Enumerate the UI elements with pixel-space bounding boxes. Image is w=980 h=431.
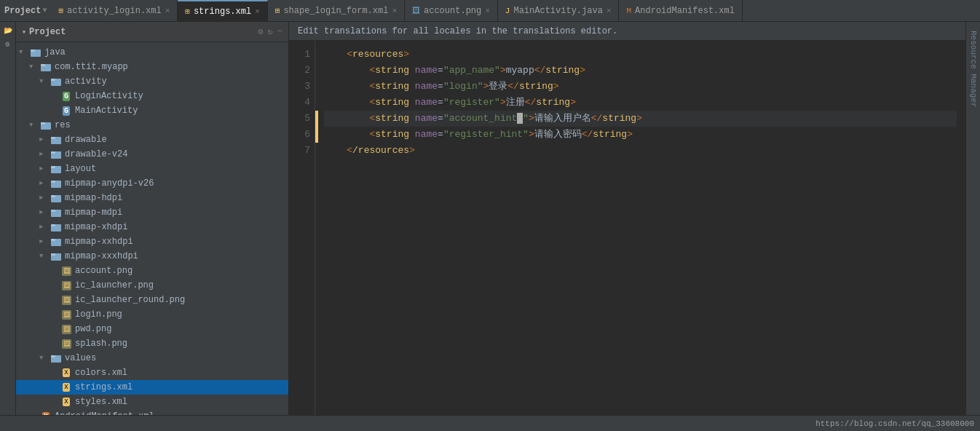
tree-icon-4: G [60, 104, 73, 117]
tree-item-9[interactable]: ►mipmap-anydpi-v26 [16, 176, 288, 191]
tree-icon-6 [50, 133, 63, 146]
code-area[interactable]: <resources> <string name="app_name">myap… [315, 41, 965, 415]
resource-manager-icon[interactable]: 📂 [2, 25, 14, 36]
tree-label-3: LoginActivity [75, 91, 143, 101]
tree-label-15: account.png [75, 266, 133, 276]
tree-icon-12 [50, 221, 63, 234]
gutter-indicator-6 [315, 127, 318, 143]
tree-item-16[interactable]: 🖼ic_launcher.png [16, 278, 288, 293]
tree-item-23[interactable]: Xstrings.xml [16, 380, 288, 395]
tree-label-9: mipmap-anydpi-v26 [65, 178, 154, 189]
tree-item-5[interactable]: ▼res [16, 118, 288, 133]
tree-item-3[interactable]: GLoginActivity [16, 89, 288, 103]
code-line-1[interactable]: <resources> [324, 47, 957, 63]
tab-label-androidmanifest: AndroidManifest.xml [635, 6, 735, 16]
tree-icon-22: X [60, 366, 73, 379]
tree-item-12[interactable]: ►mipmap-xhdpi [16, 220, 288, 234]
tab-account_png[interactable]: 🖼account.png× [405, 0, 498, 21]
tree-item-11[interactable]: ►mipmap-mdpi [16, 205, 288, 220]
resource-manager-label[interactable]: Resource Manager [969, 25, 978, 114]
tree-icon-21 [50, 352, 63, 365]
code-line-3[interactable]: <string name="login">登录</string> [324, 79, 957, 95]
tree-item-13[interactable]: ►mipmap-xxhdpi [16, 234, 288, 249]
tree-label-21: values [65, 353, 96, 363]
code-line-4[interactable]: <string name="register">注册</string> [324, 95, 957, 111]
right-strip: Resource Manager [965, 22, 980, 415]
dropdown-icon[interactable]: ▼ [42, 7, 47, 15]
panel-gear-icon[interactable]: ⚙ [258, 26, 263, 37]
tab-close-strings[interactable]: × [255, 7, 260, 16]
hint-text: Edit translations for all locales in the… [298, 26, 617, 36]
tree-arrow-5: ▼ [29, 122, 39, 129]
tree-arrow-10: ► [39, 194, 50, 202]
tab-icon-shape_login_form: ⊞ [275, 6, 280, 15]
tree-label-4: MainActivity [75, 106, 138, 116]
tree-item-14[interactable]: ▼mipmap-xxxhdpi [16, 249, 288, 264]
code-line-6[interactable]: <string name="register_hint">请输入密码</stri… [324, 127, 957, 143]
tree-item-18[interactable]: 🖼login.png [16, 307, 288, 322]
tree-item-22[interactable]: Xcolors.xml [16, 365, 288, 380]
tree-icon-15: 🖼 [60, 264, 73, 277]
tree-icon-20: 🖼 [60, 337, 73, 350]
tab-mainactivity_java[interactable]: JMainActivity.java× [498, 0, 620, 21]
tab-androidmanifest[interactable]: MAndroidManifest.xml [619, 0, 742, 21]
tree-icon-7 [50, 148, 63, 161]
tabs-container: ⊞activity_login.xml×⊞strings.xml×⊞shape_… [51, 0, 980, 21]
code-line-2[interactable]: <string name="app_name">myapp</string> [324, 63, 957, 79]
panel-dropdown-icon[interactable]: ▾ [22, 28, 26, 36]
tree-item-2[interactable]: ▼activity [16, 74, 288, 89]
tree-arrow-12: ► [39, 224, 50, 231]
tree-icon-3: G [60, 90, 73, 103]
tree-item-21[interactable]: ▼values [16, 351, 288, 365]
line-number-3: 3 [289, 79, 310, 95]
svg-rect-3 [41, 64, 45, 66]
tree-item-4[interactable]: GMainActivity [16, 103, 288, 118]
tree-item-6[interactable]: ►drawable [16, 133, 288, 147]
tree-item-25[interactable]: MAndroidManifest.xml [16, 409, 288, 415]
tree-arrow-7: ► [39, 151, 50, 158]
panel-sync-icon[interactable]: ↻ [268, 26, 273, 37]
line-number-7: 7 [289, 143, 310, 159]
tree-item-15[interactable]: 🖼account.png [16, 264, 288, 278]
tab-shape_login_form[interactable]: ⊞shape_login_form.xml× [268, 0, 405, 21]
tree-icon-25: M [39, 410, 52, 415]
svg-rect-19 [51, 210, 55, 212]
project-tree: ▼java▼com.ttit.myapp▼activityGLoginActiv… [16, 42, 288, 415]
tab-close-mainactivity_java[interactable]: × [606, 7, 612, 15]
tree-label-1: com.ttit.myapp [55, 62, 128, 72]
tab-strings[interactable]: ⊞strings.xml× [178, 0, 267, 21]
structure-icon[interactable]: ⚙ [2, 39, 14, 50]
code-content-5: <string name="account_hint ">请输入用户名</str… [324, 111, 642, 127]
tab-label-shape_login_form: shape_login_form.xml [283, 6, 388, 16]
tree-item-0[interactable]: ▼java [16, 45, 288, 60]
code-line-5[interactable]: 💡 <string name="account_hint ">请输入用户名</s… [324, 111, 957, 127]
tab-label-strings: strings.xml [194, 7, 251, 17]
tree-arrow-14: ▼ [39, 253, 50, 260]
tree-item-1[interactable]: ▼com.ttit.myapp [16, 60, 288, 74]
line-number-5: 5 [289, 111, 310, 127]
svg-rect-21 [51, 224, 55, 226]
tree-item-20[interactable]: 🖼splash.png [16, 336, 288, 351]
tree-item-17[interactable]: 🖼ic_launcher_round.png [16, 293, 288, 307]
tree-item-8[interactable]: ►layout [16, 162, 288, 176]
code-content-6: <string name="register_hint">请输入密码</stri… [324, 127, 633, 143]
tree-item-10[interactable]: ►mipmap-hdpi [16, 191, 288, 205]
tree-icon-9 [50, 177, 63, 190]
tab-close-activity_login[interactable]: × [165, 7, 170, 15]
tab-label-account_png: account.png [424, 6, 481, 16]
line-numbers: 1234567 [289, 41, 315, 415]
tree-item-19[interactable]: 🖼pwd.png [16, 322, 288, 336]
tab-close-account_png[interactable]: × [485, 7, 490, 15]
tree-label-18: login.png [75, 309, 122, 320]
panel-collapse-icon[interactable]: − [277, 26, 282, 37]
tab-close-shape_login_form[interactable]: × [392, 7, 397, 15]
tree-label-8: layout [65, 164, 96, 174]
tree-label-7: drawable-v24 [65, 149, 127, 159]
tree-item-7[interactable]: ►drawable-v24 [16, 147, 288, 162]
project-panel-title: ▾ Project [22, 27, 66, 37]
code-line-7[interactable]: </resources> [324, 143, 957, 159]
editor-area: Edit translations for all locales in the… [289, 22, 965, 415]
tab-activity_login[interactable]: ⊞activity_login.xml× [51, 0, 178, 21]
tree-item-24[interactable]: Xstyles.xml [16, 395, 288, 409]
svg-rect-25 [51, 253, 55, 256]
